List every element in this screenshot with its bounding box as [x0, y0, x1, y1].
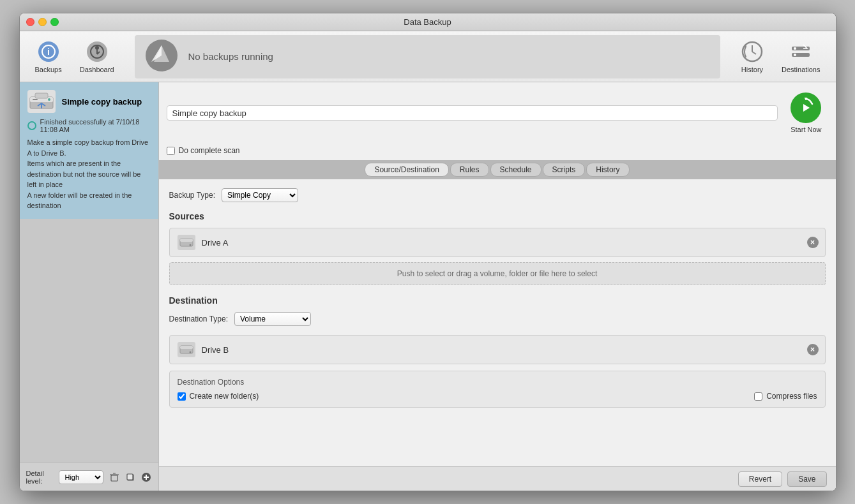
backups-label: Backups	[35, 66, 62, 73]
detail-level-label: Detail level:	[26, 470, 54, 485]
history-label: History	[741, 66, 763, 73]
backup-item-header: Simple copy backup	[27, 90, 151, 113]
destinations-toolbar-button[interactable]: Destinations	[774, 36, 828, 77]
svg-point-5	[95, 46, 99, 50]
minimize-button[interactable]	[38, 18, 47, 26]
create-folders-checkbox[interactable]	[178, 392, 186, 401]
svg-rect-18	[33, 99, 38, 100]
backup-status-row: Finished successfully at 7/10/18 11:08 A…	[27, 118, 151, 133]
svg-point-15	[794, 54, 796, 56]
add-source-area[interactable]: Push to select or drag a volume, folder …	[169, 262, 826, 285]
backups-icon: i	[37, 40, 60, 63]
backup-type-row: Backup Type: Simple Copy Versioned Synch…	[169, 188, 826, 202]
tab-rules[interactable]: Rules	[450, 163, 489, 177]
close-button[interactable]	[26, 18, 34, 26]
revert-button[interactable]: Revert	[738, 471, 782, 487]
svg-point-14	[794, 47, 796, 50]
delete-button[interactable]	[109, 470, 119, 484]
create-folders-row: Create new folder(s) Compress files	[178, 392, 817, 401]
backup-name-input[interactable]	[167, 105, 778, 121]
sidebar: Simple copy backup Finished successfully…	[20, 82, 159, 491]
svg-rect-34	[180, 346, 193, 349]
save-button[interactable]: Save	[787, 471, 826, 487]
destinations-icon	[789, 40, 812, 63]
window-title: Data Backup	[404, 17, 451, 27]
app-window: Data Backup i Backups	[19, 13, 836, 491]
toolbar-left: i Backups Dashboard	[20, 36, 130, 77]
backup-finished-text: Finished successfully at 7/10/18 11:08 A…	[40, 118, 151, 133]
banner-logo	[145, 39, 178, 74]
start-now-icon	[791, 93, 821, 123]
backup-type-select[interactable]: Simple Copy Versioned Synchronize	[222, 188, 298, 202]
backup-description: Make a simple copy backup from Drive A t…	[27, 137, 151, 211]
tab-schedule[interactable]: Schedule	[490, 163, 541, 177]
content-body: Backup Type: Simple Copy Versioned Synch…	[159, 179, 836, 466]
complete-scan-checkbox[interactable]	[167, 147, 175, 155]
destination-options: Destination Options Create new folder(s)…	[169, 371, 826, 408]
main-area: Simple copy backup Finished successfully…	[20, 82, 836, 491]
tab-source-destination[interactable]: Source/Destination	[365, 163, 448, 177]
svg-point-35	[189, 352, 191, 353]
tabs-bar: Source/Destination Rules Schedule Script…	[159, 160, 836, 179]
traffic-lights	[26, 18, 59, 26]
svg-line-11	[752, 52, 756, 54]
source-item-name: Drive A	[202, 238, 229, 248]
compress-files-checkbox[interactable]	[754, 392, 762, 401]
tab-scripts[interactable]: Scripts	[543, 163, 586, 177]
remove-source-button[interactable]: ×	[807, 237, 819, 248]
svg-rect-31	[180, 239, 193, 242]
history-toolbar-button[interactable]: History	[733, 36, 771, 77]
destination-section: Destination Destination Type: Volume Fol…	[169, 295, 826, 408]
compress-files-label: Compress files	[766, 392, 817, 401]
sidebar-footer: Detail level: High Medium Low	[20, 463, 158, 491]
dashboard-toolbar-button[interactable]: Dashboard	[72, 36, 122, 77]
svg-point-32	[189, 244, 191, 246]
add-source-text: Push to select or drag a volume, folder …	[397, 269, 598, 278]
destination-item-name: Drive B	[202, 345, 229, 355]
start-now-button[interactable]: Start Now	[784, 89, 828, 137]
backup-item-title: Simple copy backup	[62, 97, 142, 107]
scan-row: Do complete scan	[159, 144, 836, 160]
remove-destination-button[interactable]: ×	[807, 344, 819, 355]
svg-rect-21	[111, 475, 117, 481]
title-bar: Data Backup	[20, 13, 836, 31]
create-folders-label: Create new folder(s)	[190, 392, 259, 401]
content-footer: Revert Save	[159, 466, 836, 491]
start-now-label: Start Now	[791, 126, 821, 133]
destination-title: Destination	[169, 295, 826, 306]
dashboard-label: Dashboard	[80, 66, 114, 73]
source-item-drive-a: Drive A ×	[169, 228, 826, 257]
banner-text: No backups running	[188, 51, 273, 62]
add-button[interactable]	[141, 470, 152, 484]
destinations-label: Destinations	[782, 66, 821, 73]
sources-title: Sources	[169, 211, 826, 221]
svg-point-19	[48, 98, 50, 101]
svg-text:i: i	[47, 47, 50, 57]
backup-list-item[interactable]: Simple copy backup Finished successfully…	[20, 82, 158, 219]
drive-b-icon	[178, 342, 195, 357]
toolbar: i Backups Dashboard	[20, 31, 836, 82]
duplicate-button[interactable]	[125, 470, 135, 484]
dest-options-title: Destination Options	[178, 378, 817, 387]
tab-history[interactable]: History	[586, 163, 629, 177]
status-circle	[27, 121, 36, 130]
drive-a-icon	[178, 235, 195, 250]
destination-type-label: Destination Type:	[169, 315, 229, 323]
history-icon	[741, 40, 764, 63]
toolbar-right: History Destinations	[725, 36, 836, 77]
backup-item-icon	[27, 90, 56, 113]
banner: No backups running	[135, 35, 720, 78]
sidebar-empty	[20, 219, 158, 463]
maximize-button[interactable]	[50, 18, 59, 26]
destination-type-select[interactable]: Volume Folder	[234, 312, 311, 326]
scan-label: Do complete scan	[179, 146, 240, 155]
backup-type-label: Backup Type:	[169, 191, 216, 200]
content-header: Start Now	[159, 82, 836, 144]
backups-toolbar-button[interactable]: i Backups	[27, 36, 70, 77]
detail-level-select[interactable]: High Medium Low	[59, 470, 103, 484]
dashboard-icon	[86, 40, 109, 63]
svg-rect-25	[127, 474, 133, 480]
destination-type-row: Destination Type: Volume Folder	[169, 312, 826, 326]
svg-rect-20	[35, 93, 48, 98]
destination-item-drive-b: Drive B ×	[169, 335, 826, 364]
